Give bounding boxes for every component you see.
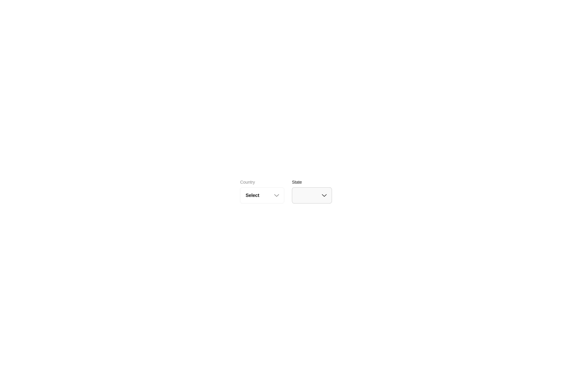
- state-field-group: State: [292, 180, 332, 203]
- location-form: Country Select State: [240, 180, 332, 203]
- country-label: Country: [240, 180, 284, 185]
- country-dropdown[interactable]: Select: [240, 187, 284, 203]
- country-dropdown-value: Select: [246, 193, 259, 198]
- state-dropdown[interactable]: [292, 187, 332, 203]
- country-field-group: Country Select: [240, 180, 284, 203]
- chevron-down-icon: [274, 194, 279, 197]
- chevron-down-icon: [322, 194, 327, 197]
- state-label: State: [292, 180, 332, 185]
